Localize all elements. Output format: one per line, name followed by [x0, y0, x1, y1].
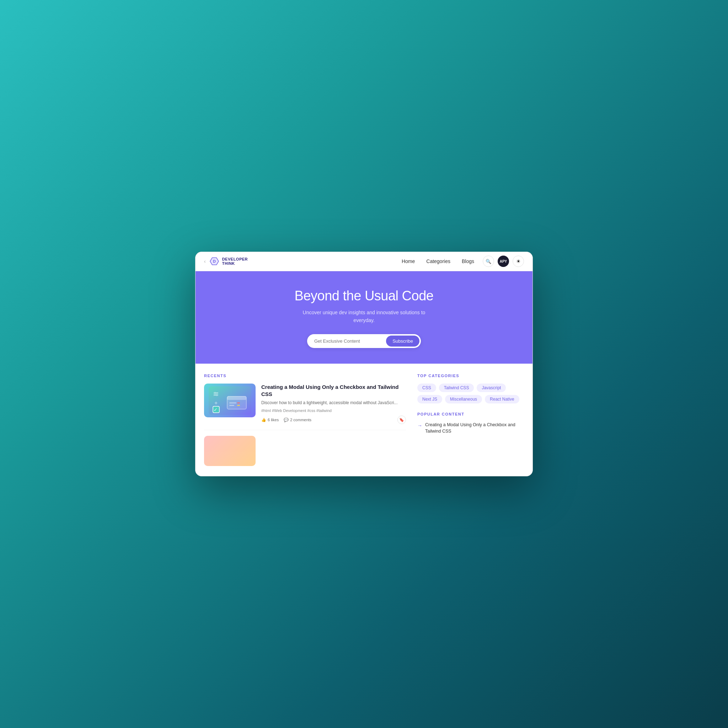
category-miscellaneous[interactable]: Miscellaneous	[445, 395, 482, 404]
avatar[interactable]: APY	[498, 255, 509, 267]
logo-icon: D	[209, 255, 220, 267]
svg-rect-9	[229, 402, 236, 404]
article-excerpt: Discover how to build a lightweight, acc…	[261, 399, 406, 406]
nav-home[interactable]: Home	[402, 258, 415, 264]
subscribe-button[interactable]: Subscribe	[386, 336, 419, 347]
svg-text:≋: ≋	[213, 390, 219, 398]
sidebar: TOP CATEGORIES CSS Tailwind CSS Javascri…	[418, 373, 524, 466]
category-javascript[interactable]: Javascript	[477, 384, 506, 392]
popular-content-title: POPULAR CONTENT	[418, 412, 524, 416]
thumbnail-illustration: ≋ + ✓	[209, 386, 251, 415]
content-area: RECENTS ≋	[196, 364, 532, 476]
category-css[interactable]: CSS	[418, 384, 436, 392]
subscribe-input[interactable]	[314, 338, 386, 344]
search-button[interactable]: 🔍	[483, 255, 494, 267]
popular-item-1[interactable]: → Creating a Modal Using Only a Checkbox…	[418, 422, 524, 434]
popular-list: → Creating a Modal Using Only a Checkbox…	[418, 422, 524, 434]
category-tailwind[interactable]: Tailwind CSS	[439, 384, 474, 392]
top-categories-title: TOP CATEGORIES	[418, 373, 524, 378]
logo-text: DEVELOPER THINK	[222, 257, 248, 266]
bookmark-button[interactable]: 🔖	[398, 416, 406, 424]
category-react-native[interactable]: React Native	[485, 395, 519, 404]
nav-links: Home Categories Blogs	[402, 258, 474, 264]
nav-actions: 🔍 APY ☀	[483, 255, 524, 267]
article-thumbnail-2[interactable]	[204, 436, 255, 466]
back-button[interactable]: ‹	[204, 258, 206, 264]
nav-categories[interactable]: Categories	[426, 258, 450, 264]
article-card-2	[204, 430, 406, 466]
bookmark-icon: 🔖	[399, 418, 404, 422]
theme-toggle-button[interactable]: ☀	[512, 255, 524, 267]
browser-window: ‹ D DEVELOPER THINK Home Categories Blog…	[195, 252, 533, 477]
category-nextjs[interactable]: Next JS	[418, 395, 442, 404]
arrow-right-icon: →	[418, 422, 422, 430]
hero-subtitle: Uncover unique dev insights and innovati…	[204, 309, 524, 324]
article-tags: #html #Web Development #css #tailwind	[261, 408, 406, 413]
thumb-icon: 👍	[261, 418, 266, 422]
svg-rect-8	[227, 396, 246, 400]
article-card: ≋ + ✓	[204, 384, 406, 424]
svg-rect-11	[237, 402, 240, 404]
nav-blogs[interactable]: Blogs	[462, 258, 474, 264]
recents-title: RECENTS	[204, 373, 406, 378]
svg-text:+: +	[214, 400, 217, 406]
recents-column: RECENTS ≋	[204, 373, 406, 466]
article-body: Creating a Modal Using Only a Checkbox a…	[261, 384, 406, 424]
hero-section: Beyond the Usual Code Uncover unique dev…	[196, 271, 532, 364]
subscribe-input-wrap: Subscribe	[307, 334, 421, 348]
categories-list: CSS Tailwind CSS Javascript Next JS Misc…	[418, 384, 524, 404]
article-thumbnail[interactable]: ≋ + ✓	[204, 384, 255, 418]
comment-icon: 💬	[284, 418, 289, 422]
logo[interactable]: D DEVELOPER THINK	[209, 255, 248, 267]
navbar: ‹ D DEVELOPER THINK Home Categories Blog…	[196, 252, 532, 271]
svg-rect-10	[229, 405, 234, 406]
svg-text:D: D	[213, 259, 216, 263]
hero-title: Beyond the Usual Code	[204, 288, 524, 304]
article-meta: 👍 6 likes 💬 2 comments 🔖	[261, 416, 406, 424]
article-title[interactable]: Creating a Modal Using Only a Checkbox a…	[261, 384, 406, 398]
subscribe-form: Subscribe	[204, 334, 524, 348]
search-icon: 🔍	[486, 259, 491, 264]
theme-icon: ☀	[516, 258, 521, 264]
svg-rect-12	[237, 405, 240, 406]
article-meta-left: 👍 6 likes 💬 2 comments	[261, 418, 311, 422]
comments-count: 💬 2 comments	[284, 418, 311, 422]
svg-text:✓: ✓	[214, 407, 217, 412]
likes-count: 👍 6 likes	[261, 418, 279, 422]
